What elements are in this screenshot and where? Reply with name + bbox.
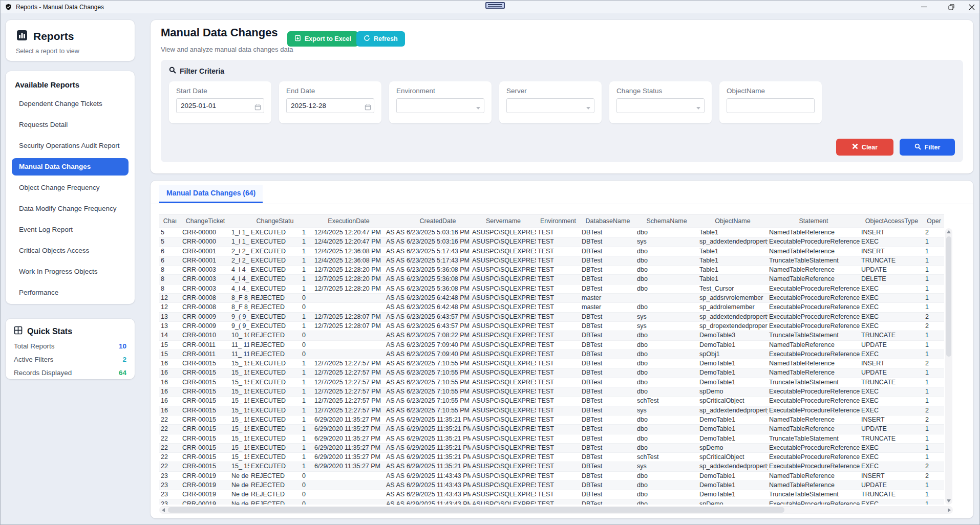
table-row[interactable]: 16CRR-0001515_ 15_EXECUTED112/7/2025 12:… (159, 378, 944, 387)
table-row[interactable]: 23CRR-00019Ne deREJECTED0AS AS6/29/2025 … (159, 481, 944, 490)
scroll-up-icon[interactable] (945, 228, 952, 235)
grid-header-cell[interactable]: ChangeStatu (249, 215, 301, 228)
grid-header-cell[interactable]: Servername (471, 215, 536, 228)
tab-manual-data-changes[interactable]: Manual Data Changes (64) (159, 185, 263, 203)
server-select[interactable] (506, 98, 594, 113)
vertical-scrollbar-thumb[interactable] (946, 236, 951, 357)
table-row[interactable]: 22CRR-0001515_ 15_EXECUTED16/29/2020 11:… (159, 444, 944, 453)
grid-cell: 6/23/2025 6:42:48 PM (405, 303, 471, 312)
grid-header-cell[interactable]: SchemaName (635, 215, 698, 228)
grid-cell: 12/7/2025 12:27:57 PM (313, 406, 385, 415)
objectname-input[interactable] (727, 98, 815, 113)
grid-cell: DBTest (580, 322, 635, 331)
table-row[interactable]: 23CRR-00019Ne deREJECTED0AS AS6/29/2025 … (159, 490, 944, 499)
sidebar-item-performance[interactable]: Performance (12, 284, 129, 301)
grid-header-cell[interactable] (385, 215, 405, 228)
grid-header-cell[interactable]: ChangeTicket (181, 215, 230, 228)
scroll-down-icon[interactable] (945, 497, 952, 505)
sidebar-item-manual-data-changes[interactable]: Manual Data Changes (12, 158, 129, 176)
grid-header-cell[interactable]: Chaı (159, 215, 181, 228)
export-to-excel-button[interactable]: Export to Excel (287, 31, 358, 47)
sidebar-item-requests-detail[interactable]: Requests Detail (12, 116, 129, 134)
table-row[interactable]: 16CRR-0001515_ 15_EXECUTED112/7/2025 12:… (159, 406, 944, 415)
table-row[interactable]: 23CRR-00019Ne deREJECTED0AS AS6/29/2025 … (159, 472, 944, 481)
grid-cell: AS AS (385, 406, 405, 415)
table-row[interactable]: 15CRR-0001111_ 11_REJECTED0AS AS6/23/202… (159, 350, 944, 359)
table-row[interactable]: 8CRR-000034_I 4_IEXECUTED112/7/2025 12:2… (159, 285, 944, 294)
grid-header-cell[interactable]: ObjectName (698, 215, 768, 228)
grid-cell: 13 (159, 322, 181, 331)
grid-header-cell[interactable]: Statement (768, 215, 860, 228)
refresh-button[interactable]: Refresh (356, 31, 405, 47)
grid-header-cell[interactable]: ExecutionDate (313, 215, 385, 228)
sidebar-item-security-operations-audit-report[interactable]: Security Operations Audit Report (12, 137, 129, 155)
close-button[interactable] (963, 1, 980, 13)
table-row[interactable]: 8CRR-000034_I 4_IEXECUTED112/7/2025 12:2… (159, 275, 944, 284)
change-status-select[interactable] (616, 98, 705, 113)
grid-cell: DBTest (580, 285, 635, 293)
table-row[interactable]: 22CRR-0001515_ 15_EXECUTED16/29/2020 11:… (159, 415, 944, 425)
table-row[interactable]: 16CRR-0001515_ 15_EXECUTED112/7/2025 12:… (159, 387, 944, 397)
grid-cell: INSERT (860, 472, 924, 480)
sidebar-item-dependent-change-tickets[interactable]: Dependent Change Tickets (12, 95, 129, 113)
table-row[interactable]: 8CRR-000034_I 4_IEXECUTED112/7/2025 12:2… (159, 266, 944, 275)
table-row[interactable]: 12CRR-000088_F 8_FREJECTED0AS AS6/23/202… (159, 294, 944, 303)
grid-cell: 1 (301, 378, 313, 387)
table-row[interactable]: 22CRR-0001515_ 15_EXECUTED16/29/2020 11:… (159, 434, 944, 444)
grid-cell: 12/4/2025 12:20:47 PM (313, 237, 385, 246)
grid-header-cell[interactable]: Environment (536, 215, 580, 228)
horizontal-scrollbar-thumb[interactable] (168, 507, 784, 513)
stat-value: 2 (122, 356, 126, 363)
start-date-input[interactable] (176, 98, 264, 113)
grid-cell: DBTest (580, 378, 635, 387)
scroll-right-icon[interactable] (945, 506, 953, 514)
end-date-input[interactable] (286, 98, 374, 113)
stat-label: Records Displayed (14, 369, 72, 377)
grid-cell (313, 331, 385, 340)
table-row[interactable]: 5CRR-000001_I 1_IEXECUTED112/4/2025 12:2… (159, 228, 944, 237)
table-row[interactable]: 22CRR-0001515_ 15_EXECUTED16/29/2020 11:… (159, 425, 944, 434)
minimize-button[interactable] (913, 1, 934, 13)
table-row[interactable]: 5CRR-000001_I 1_IEXECUTED112/4/2025 12:2… (159, 237, 944, 247)
scroll-left-icon[interactable] (159, 506, 167, 514)
grid-header-cell[interactable] (230, 215, 249, 228)
table-row[interactable]: 22CRR-0001515_ 15_EXECUTED16/29/2020 11:… (159, 453, 944, 462)
grid-cell: spDemo (698, 500, 768, 505)
table-row[interactable]: 14CRR-0001010_ 10_REJECTED0AS AS6/23/202… (159, 331, 944, 340)
sidebar-item-object-change-frequency[interactable]: Object Change Frequency (12, 179, 129, 196)
vertical-scrollbar[interactable] (945, 228, 952, 505)
grid-cell: DBTest (580, 425, 635, 433)
sidebar-item-critical-objects-access[interactable]: Critical Objects Access (12, 242, 129, 259)
calendar-icon[interactable] (254, 103, 261, 113)
table-row[interactable]: 23CRR-00019Ne deREJECTED0AS AS6/29/2025 … (159, 500, 944, 505)
calendar-icon[interactable] (365, 103, 371, 113)
titlebar: Reports - Manual Data Changes (1, 1, 979, 13)
grid-cell: DBTest (580, 256, 635, 265)
grid-header-cell[interactable]: DatabaseName (580, 215, 635, 228)
table-row[interactable]: 16CRR-0001515_ 15_EXECUTED112/7/2025 12:… (159, 359, 944, 368)
table-row[interactable]: 13CRR-000099_( 9_(EXECUTED112/7/2025 12:… (159, 322, 944, 331)
grid-header-cell[interactable]: CreatedDate (405, 215, 471, 228)
table-row[interactable]: 12CRR-000088_F 8_FREJECTED0AS AS6/23/202… (159, 303, 944, 312)
restore-button[interactable] (941, 1, 962, 13)
clear-button[interactable]: Clear (836, 139, 893, 156)
table-row[interactable]: 22CRR-0001515_ 15_EXECUTED16/29/2020 11:… (159, 462, 944, 471)
grid-header-cell[interactable]: ObjectAccessType (860, 215, 924, 228)
sidebar-item-data-modify-change-frequency[interactable]: Data Modify Change Frequency (12, 200, 129, 217)
sidebar-item-work-in-progress-objects[interactable]: Work In Progress Objects (12, 263, 129, 280)
snap-layout-handle[interactable] (485, 2, 505, 9)
table-row[interactable]: 13CRR-000099_( 9_(EXECUTED112/7/2025 12:… (159, 313, 944, 322)
grid-header-cell[interactable] (301, 215, 313, 228)
table-row[interactable]: 6CRR-000012_I 2_IEXECUTED112/4/2025 12:3… (159, 247, 944, 256)
table-row[interactable]: 6CRR-000012_I 2_IEXECUTED112/4/2025 12:3… (159, 256, 944, 266)
grid-cell: DBTest (580, 472, 635, 480)
horizontal-scrollbar[interactable] (159, 506, 953, 514)
table-row[interactable]: 16CRR-0001515_ 15_EXECUTED112/7/2025 12:… (159, 368, 944, 378)
environment-select[interactable] (396, 98, 484, 113)
table-row[interactable]: 15CRR-0001111_ 11_REJECTED0AS AS6/23/202… (159, 341, 944, 350)
filter-button[interactable]: Filter (900, 139, 955, 156)
grid-header-cell[interactable]: Oper (924, 215, 944, 228)
sidebar-item-event-log-report[interactable]: Event Log Report (12, 221, 129, 238)
table-row[interactable]: 16CRR-0001515_ 15_EXECUTED112/7/2025 12:… (159, 397, 944, 406)
grid-cell: 0 (301, 500, 313, 505)
